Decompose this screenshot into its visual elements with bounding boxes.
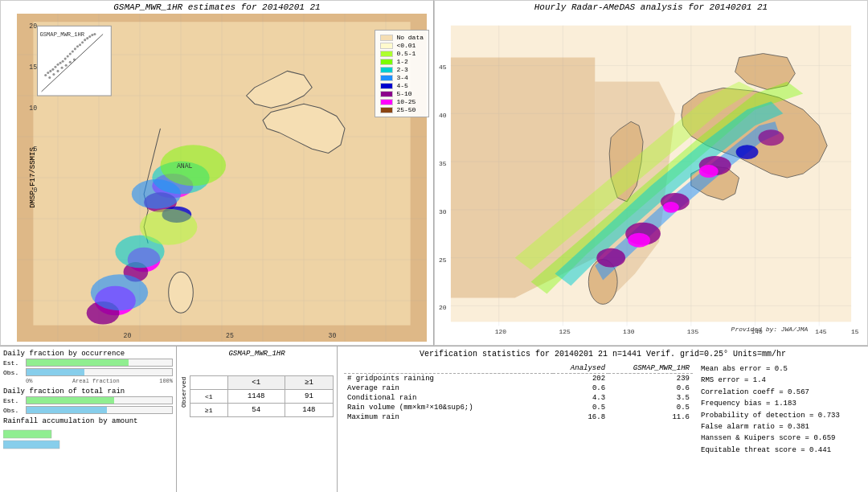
svg-point-27: [132, 179, 181, 209]
contingency-table: <1 ≥1 <1 1148 91 ≥1 54 148: [190, 375, 334, 417]
verif-label-max-rain: Maximum rain: [344, 412, 553, 422]
svg-text:10: 10: [29, 105, 37, 112]
bottom-left-charts: Daily fraction by occurrence Est. Obs. 0…: [0, 346, 177, 492]
svg-text:30: 30: [439, 208, 447, 215]
verif-val2-avg-rain: 0.6: [608, 383, 693, 393]
verif-val1-avg-rain: 0.6: [553, 383, 608, 393]
est-bar-container: [26, 359, 173, 367]
verif-val2-rain-volume: 0.5: [608, 403, 693, 412]
svg-point-55: [48, 76, 51, 79]
legend-item-2-3: 2-3: [380, 66, 424, 73]
svg-point-39: [56, 64, 59, 66]
svg-point-54: [93, 33, 96, 35]
svg-point-88: [699, 165, 719, 178]
stat-far: False alarm ratio = 0.381: [701, 421, 862, 433]
stat-pod: Probability of detection = 0.733: [701, 410, 862, 421]
est2-bar-container: [26, 396, 173, 404]
scalar-stats: Mean abs error = 0.5 RMS error = 1.4 Cor…: [701, 363, 862, 456]
legend-item-4-5: 4-5: [380, 82, 424, 89]
svg-point-52: [88, 35, 91, 38]
svg-point-92: [628, 233, 650, 248]
occurrence-axis: 0% Areal fraction 100%: [3, 378, 173, 384]
cell-12: 91: [285, 390, 333, 404]
stat-correlation: Correlation coeff = 0.567: [701, 387, 862, 398]
svg-point-18: [169, 272, 194, 313]
legend-item-nodata: No data: [380, 34, 424, 41]
obs-bar-container: [26, 368, 173, 376]
contingency-header: GSMAP_MWR_1HR: [180, 350, 334, 358]
svg-point-50: [84, 39, 86, 41]
stat-mean-abs-error: Mean abs error = 0.5: [701, 363, 862, 375]
svg-text:20: 20: [124, 332, 132, 339]
left-map-panel: GSMAP_MWR_1HR estimates for 20140201 21 …: [0, 0, 434, 346]
color-legend: No data <0.01 0.5-1 1-2: [375, 30, 429, 117]
est-bar-row: Est.: [3, 359, 173, 367]
svg-point-48: [79, 43, 81, 46]
accumulation-chart: Rainfall accumulation by amount: [3, 417, 173, 453]
verif-label-gridpoints: # gridpoints raining: [344, 374, 553, 384]
svg-text:15: 15: [851, 328, 859, 335]
verif-val1-gridpoints: 202: [553, 374, 608, 384]
left-map-area: DMSP-F17/SSMIS: [1, 14, 433, 342]
obs2-bar-row: Obs.: [3, 406, 173, 414]
right-map-svg: 45 40 35 30 25 20 120 125 130 135 140 14…: [435, 14, 867, 342]
svg-point-38: [54, 66, 56, 68]
verif-row-gridpoints: # gridpoints raining 202 239: [344, 374, 693, 384]
verif-val2-max-rain: 11.6: [608, 412, 693, 422]
est-label: Est.: [3, 359, 26, 367]
svg-point-95: [736, 145, 759, 159]
verif-columns: Analysed GSMAP_MWR_1HR # gridpoints rain…: [344, 363, 862, 456]
verif-title: Verification statistics for 20140201 21 …: [344, 350, 862, 359]
svg-point-42: [64, 58, 67, 60]
legend-item-1-2: 1-2: [380, 58, 424, 65]
left-y-axis-label: DMSP-F17/SSMIS: [29, 147, 37, 208]
row-lt1-label: <1: [190, 390, 228, 404]
occurrence-chart-title: Daily fraction by occurrence: [3, 350, 173, 358]
verif-val1-max-rain: 16.8: [553, 412, 608, 422]
svg-point-51: [86, 37, 88, 39]
col-header-1: Analysed: [553, 363, 608, 374]
svg-point-94: [759, 129, 784, 146]
svg-text:Provided by: JWA/JMA: Provided by: JWA/JMA: [731, 326, 809, 333]
verif-label-rain-volume: Rain volume (mm×km²×10&sup6;): [344, 403, 553, 412]
svg-point-58: [61, 67, 63, 69]
accumulation-chart-title: Rainfall accumulation by amount: [3, 417, 173, 425]
svg-point-59: [65, 64, 68, 67]
right-map-title: Hourly Radar-AMeDAS analysis for 2014020…: [435, 1, 867, 14]
verif-label-avg-rain: Average rain: [344, 383, 553, 393]
legend-item-05-1: 0.5-1: [380, 50, 424, 57]
stat-rms-error: RMS error = 1.4: [701, 375, 862, 386]
svg-text:45: 45: [439, 64, 447, 72]
top-row: GSMAP_MWR_1HR estimates for 20140201 21 …: [0, 0, 868, 346]
svg-text:125: 125: [559, 328, 571, 335]
svg-point-29: [91, 274, 148, 310]
legend-item-25-50: 25-50: [380, 106, 424, 113]
est2-bar-fill: [27, 397, 114, 404]
svg-point-57: [56, 70, 59, 72]
svg-point-45: [72, 50, 74, 52]
svg-point-34: [44, 74, 47, 76]
svg-text:25: 25: [226, 332, 234, 339]
right-map-area: 45 40 35 30 25 20 120 125 130 135 140 14…: [435, 14, 867, 342]
svg-point-56: [52, 73, 55, 76]
verif-row-max-rain: Maximum rain 16.8 11.6: [344, 412, 693, 422]
svg-point-41: [62, 60, 64, 63]
svg-point-93: [596, 248, 625, 268]
row-gte1-label: ≥1: [190, 404, 228, 417]
est2-bar-row: Est.: [3, 396, 173, 404]
accumulation-svg: [3, 426, 148, 450]
col-header-2: GSMAP_MWR_1HR: [608, 363, 693, 374]
stat-freq-bias: Frequency bias = 1.183: [701, 398, 862, 409]
svg-point-37: [51, 68, 54, 71]
svg-point-53: [91, 34, 93, 36]
svg-text:120: 120: [495, 328, 507, 335]
obs-label: Obs.: [3, 369, 26, 376]
obs2-label: Obs.: [3, 407, 26, 414]
obs-bar-row: Obs.: [3, 368, 173, 376]
svg-rect-111: [3, 441, 59, 449]
svg-point-47: [76, 45, 79, 47]
total-rain-chart: Daily fraction of total rain Est. Obs.: [3, 387, 173, 414]
svg-point-46: [74, 47, 76, 50]
left-map-title: GSMAP_MWR_1HR estimates for 20140201 21: [1, 1, 433, 14]
svg-point-43: [67, 55, 69, 58]
